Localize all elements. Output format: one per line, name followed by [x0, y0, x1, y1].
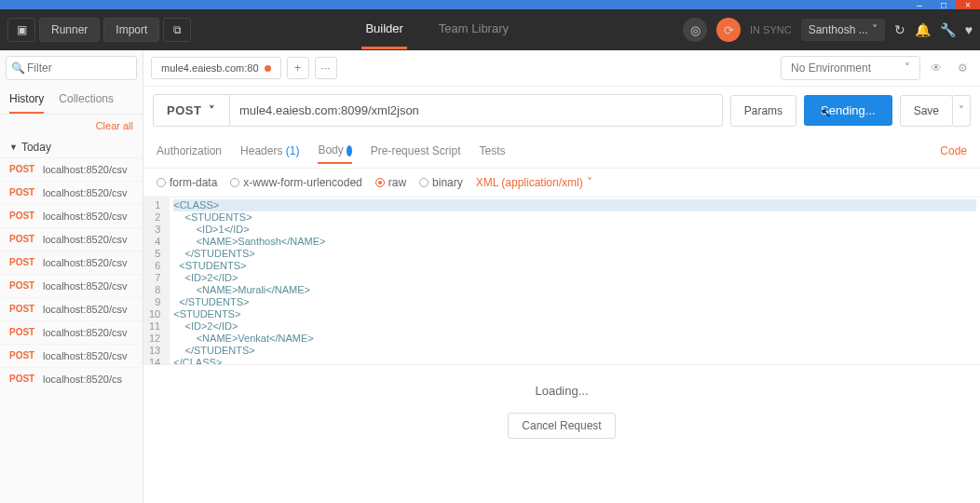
history-item-url: localhost:8520/csv [43, 350, 133, 361]
history-item-method: POST [9, 327, 35, 338]
history-item-url: localhost:8520/csv [43, 164, 133, 175]
method-label: POST [167, 103, 201, 117]
body-type-options: form-data x-www-form-urlencoded raw bina… [143, 169, 980, 197]
url-input[interactable] [230, 94, 723, 127]
tests-tab[interactable]: Tests [479, 139, 505, 163]
window-close-button[interactable]: × [956, 0, 980, 9]
history-item-method: POST [9, 304, 35, 315]
window-maximize-button[interactable]: □ [932, 0, 956, 9]
request-subtabs: Authorization Headers (1) Body Pre-reque… [143, 134, 980, 169]
history-item-method: POST [9, 257, 35, 268]
history-item[interactable]: POSTlocalhost:8520/csv [0, 204, 143, 227]
environment-select[interactable]: No Environment ˅ [781, 56, 920, 80]
add-tab-button[interactable]: + [287, 57, 309, 79]
history-item-url: localhost:8520/csv [43, 211, 133, 222]
history-item-method: POST [9, 187, 35, 198]
history-item[interactable]: POSTlocalhost:8520/csv [0, 297, 143, 320]
history-item[interactable]: POSTlocalhost:8520/csv [0, 227, 143, 251]
save-button[interactable]: Save [900, 95, 953, 127]
history-item-url: localhost:8520/csv [43, 304, 133, 315]
history-tab[interactable]: History [9, 86, 44, 114]
request-tab-label: mule4.eaiesb.com:80 [161, 62, 259, 74]
history-list: POSTlocalhost:8520/csvPOSTlocalhost:8520… [0, 157, 143, 503]
loading-label: Loading... [143, 365, 980, 407]
history-group-label: Today [21, 141, 51, 154]
sync-status-icon[interactable]: ⟳ [716, 18, 741, 42]
content-type-label: XML (application/xml) [476, 176, 583, 189]
history-group-today[interactable]: ▼ Today [0, 137, 143, 157]
history-item-method: POST [9, 374, 35, 385]
runner-button[interactable]: Runner [39, 18, 100, 42]
history-item[interactable]: POSTlocalhost:8520/csv [0, 181, 143, 204]
history-item-method: POST [9, 234, 35, 245]
body-modified-dot-icon [347, 145, 352, 156]
tab-options-button[interactable]: ··· [315, 57, 337, 79]
team-library-tab[interactable]: Team Library [435, 10, 512, 49]
editor-gutter: 1234567891011121314 [143, 197, 170, 364]
collections-tab[interactable]: Collections [59, 86, 114, 114]
urlencoded-radio[interactable]: x-www-form-urlencoded [230, 176, 361, 189]
history-item[interactable]: POSTlocalhost:8520/csv [0, 274, 143, 297]
history-item[interactable]: POSTlocalhost:8520/csv [0, 251, 143, 274]
unsaved-dot-icon [265, 65, 271, 72]
params-button[interactable]: Params [730, 95, 796, 127]
history-item[interactable]: POSTlocalhost:8520/csv [0, 320, 143, 344]
chevron-down-icon: ˅ [905, 61, 910, 75]
chevron-down-icon: ˅ [587, 176, 592, 189]
history-item-url: localhost:8520/cs [43, 374, 133, 385]
interceptor-icon[interactable]: ◎ [683, 18, 707, 42]
request-tab[interactable]: mule4.eaiesb.com:80 [151, 57, 281, 79]
user-menu[interactable]: Santhosh ... ˅ [801, 19, 885, 41]
save-options-button[interactable]: ˅ [953, 95, 971, 127]
history-item-url: localhost:8520/csv [43, 257, 133, 268]
binary-radio[interactable]: binary [419, 176, 463, 189]
send-button[interactable]: Sending... ↖ [804, 95, 892, 126]
editor-code[interactable]: <CLASS> <STUDENTS> <ID>1</ID> <NAME>Sant… [170, 197, 980, 364]
authorization-tab[interactable]: Authorization [157, 139, 222, 163]
heart-icon[interactable]: ♥ [965, 22, 973, 37]
history-item-method: POST [9, 164, 35, 175]
caret-down-icon: ▼ [9, 143, 18, 152]
environment-label: No Environment [791, 61, 871, 75]
new-tab-icon[interactable]: ⧉ [163, 18, 191, 42]
search-icon: 🔍 [11, 61, 25, 75]
history-item[interactable]: POSTlocalhost:8520/csv [0, 344, 143, 367]
chevron-down-icon: ˅ [872, 23, 878, 36]
filter-input[interactable] [6, 56, 137, 80]
chevron-down-icon: ˅ [209, 103, 216, 117]
settings-icon[interactable]: 🔧 [940, 22, 956, 37]
window-titlebar: – □ × [0, 0, 980, 9]
sidebar: 🔍 History Collections Clear all ▼ Today … [0, 50, 143, 503]
history-item-url: localhost:8520/csv [43, 187, 133, 198]
environment-settings-icon[interactable]: ⚙ [952, 58, 973, 78]
raw-radio[interactable]: raw [375, 176, 406, 189]
toggle-sidebar-icon[interactable]: ▣ [7, 18, 35, 42]
body-tab[interactable]: Body [318, 138, 351, 164]
method-select[interactable]: POST ˅ [153, 94, 230, 127]
form-data-radio[interactable]: form-data [157, 176, 217, 189]
prerequest-tab[interactable]: Pre-request Script [371, 139, 461, 163]
history-item-method: POST [9, 211, 35, 222]
content-type-select[interactable]: XML (application/xml) ˅ [476, 176, 592, 189]
headers-tab[interactable]: Headers (1) [240, 139, 299, 163]
history-item[interactable]: POSTlocalhost:8520/cs [0, 367, 143, 390]
body-editor[interactable]: 1234567891011121314 <CLASS> <STUDENTS> <… [143, 197, 980, 365]
import-button[interactable]: Import [103, 18, 159, 42]
cancel-request-button[interactable]: Cancel Request [508, 413, 615, 439]
history-item-url: localhost:8520/csv [43, 234, 133, 245]
request-tabbar: mule4.eaiesb.com:80 + ··· No Environment… [143, 50, 980, 87]
window-minimize-button[interactable]: – [907, 0, 932, 9]
sync-status-label: IN SYNC [750, 24, 792, 35]
code-link[interactable]: Code [940, 139, 967, 163]
history-item[interactable]: POSTlocalhost:8520/csv [0, 157, 143, 181]
refresh-icon[interactable]: ↻ [894, 22, 905, 37]
builder-tab[interactable]: Builder [361, 10, 406, 49]
request-row: POST ˅ Params Sending... ↖ Save ˅ [143, 87, 980, 134]
notifications-icon[interactable]: 🔔 [915, 22, 931, 37]
history-item-method: POST [9, 280, 35, 292]
environment-quicklook-icon[interactable]: 👁 [926, 58, 946, 78]
app-header: ▣ Runner Import ⧉ Builder Team Library ◎… [0, 9, 980, 50]
history-item-url: localhost:8520/csv [43, 280, 133, 292]
history-item-method: POST [9, 350, 35, 361]
clear-all-link[interactable]: Clear all [0, 115, 143, 137]
